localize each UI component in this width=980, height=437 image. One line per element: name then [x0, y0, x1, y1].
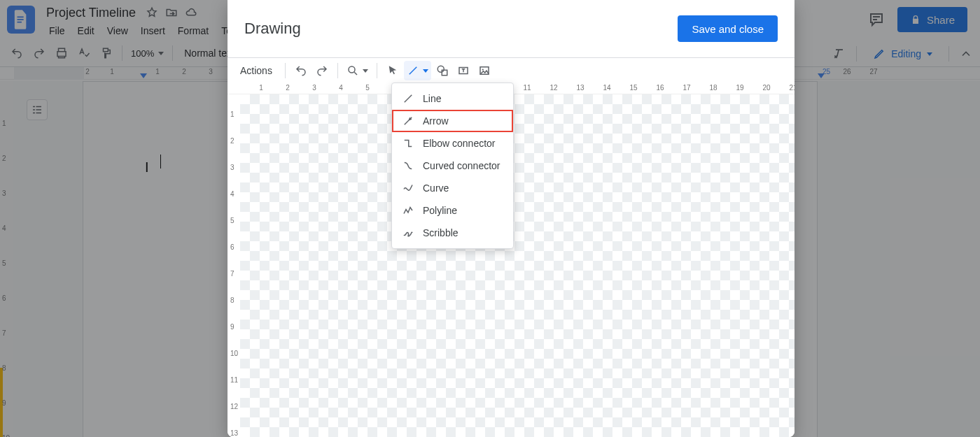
dialog-title: Drawing [244, 20, 301, 38]
arrow-icon [402, 115, 414, 127]
line-menu-label: Elbow connector [423, 138, 496, 149]
drawing-vertical-ruler: 12345678910111213 [227, 94, 240, 437]
svg-point-3 [349, 66, 355, 73]
shape-tool-icon[interactable] [433, 61, 452, 80]
line-menu-item-elbow[interactable]: Elbow connector [392, 132, 513, 155]
line-menu-item-line[interactable]: Line [392, 87, 513, 110]
drawing-undo-icon[interactable] [291, 61, 311, 80]
line-menu-label: Arrow [423, 115, 449, 127]
line-menu-item-curve[interactable]: Curve [392, 177, 513, 199]
elbow-icon [402, 137, 414, 150]
line-menu-label: Polyline [423, 205, 457, 216]
drawing-toolbar: Actions [227, 58, 794, 83]
line-tool-dropdown[interactable] [404, 61, 431, 80]
save-and-close-button[interactable]: Save and close [678, 15, 778, 42]
drawing-zoom-dropdown[interactable] [344, 61, 371, 80]
dialog-header: Drawing Save and close [227, 0, 794, 57]
curve-icon [402, 182, 414, 194]
svg-point-8 [482, 69, 484, 70]
line-menu-item-scribble[interactable]: Scribble [392, 222, 513, 244]
curved-icon [402, 159, 414, 172]
drawing-canvas[interactable] [240, 94, 794, 437]
scribble-icon [402, 227, 414, 239]
svg-rect-5 [442, 70, 447, 76]
image-tool-icon[interactable] [475, 61, 494, 80]
drawing-dialog: Drawing Save and close Actions 123456789… [227, 0, 794, 437]
polyline-icon [402, 204, 414, 217]
line-menu-item-polyline[interactable]: Polyline [392, 199, 513, 222]
select-tool-icon[interactable] [383, 61, 402, 80]
line-icon [402, 92, 414, 105]
line-menu-item-arrow[interactable]: Arrow [392, 110, 513, 132]
line-menu-label: Scribble [423, 227, 458, 238]
actions-menu[interactable]: Actions [233, 65, 279, 76]
line-menu-label: Curved connector [423, 160, 500, 171]
textbox-tool-icon[interactable] [454, 61, 473, 80]
drawing-redo-icon[interactable] [312, 61, 332, 80]
line-menu-label: Line [423, 93, 441, 104]
line-menu-item-curved[interactable]: Curved connector [392, 155, 513, 177]
svg-point-4 [438, 66, 444, 72]
line-type-menu: LineArrowElbow connectorCurved connector… [391, 83, 514, 249]
line-menu-label: Curve [423, 182, 449, 194]
